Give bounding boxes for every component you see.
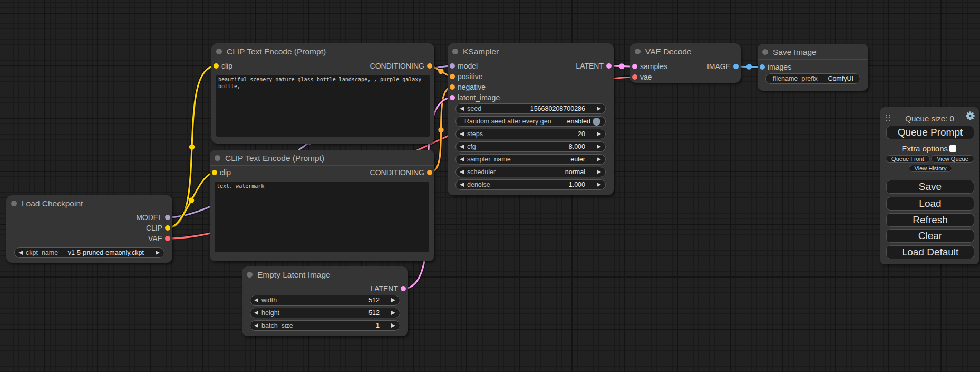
node-title: CLIP Text Encode (Prompt) <box>227 47 326 56</box>
input-label-clip: clip <box>220 168 231 177</box>
node-clip-text-encode-negative[interactable]: CLIP Text Encode (Prompt) clip CONDITION… <box>210 150 434 261</box>
input-port-samples[interactable] <box>632 64 637 69</box>
queue-prompt-button[interactable]: Queue Prompt <box>886 126 974 139</box>
output-port-conditioning[interactable] <box>427 170 432 175</box>
output-port-model[interactable] <box>165 215 170 220</box>
widget-label: scheduler <box>467 168 496 176</box>
widget-value: euler <box>570 156 585 163</box>
node-ksampler[interactable]: KSampler model LATENT positive negative … <box>448 43 614 195</box>
widget-value: ComfyUI <box>828 75 853 82</box>
input-port-images[interactable] <box>760 64 765 70</box>
input-port-vae[interactable] <box>632 74 637 80</box>
node-status-dot <box>247 272 253 278</box>
slot-row: model LATENT <box>448 61 614 71</box>
decrement-arrow-icon[interactable] <box>460 107 464 111</box>
output-label-latent: LATENT <box>576 62 604 70</box>
increment-arrow-icon[interactable] <box>597 145 601 149</box>
extra-options-row: Extra options <box>880 145 979 153</box>
increment-arrow-icon[interactable] <box>597 132 601 136</box>
input-port-model[interactable] <box>450 63 455 69</box>
node-status-dot <box>635 49 641 54</box>
input-port-latent-image[interactable] <box>450 95 455 100</box>
widget-scheduler[interactable]: scheduler normal <box>455 167 606 177</box>
slot-row: CLIP <box>6 223 172 233</box>
queue-front-button[interactable]: Queue Front <box>886 155 930 163</box>
node-status-dot <box>216 49 222 54</box>
input-label-clip: clip <box>221 62 232 70</box>
comfyui-canvas[interactable]: { "app": { "name": "ComfyUI graph editor… <box>0 0 980 372</box>
decrement-arrow-icon[interactable] <box>460 145 464 149</box>
decrement-arrow-icon[interactable] <box>254 311 258 315</box>
node-title: Empty Latent Image <box>257 270 331 280</box>
increment-arrow-icon[interactable] <box>391 323 395 328</box>
widget-denoise[interactable]: denoise 1.000 <box>455 179 606 190</box>
widget-batch-size[interactable]: batch_size 1 <box>250 320 400 331</box>
output-port-latent[interactable] <box>606 63 612 69</box>
output-port-vae[interactable] <box>165 236 170 241</box>
increment-arrow-icon[interactable] <box>597 183 601 187</box>
clear-button[interactable]: Clear <box>886 229 974 243</box>
input-label-samples: samples <box>640 62 667 71</box>
widget-label: width <box>261 297 277 304</box>
decrement-arrow-icon[interactable] <box>460 183 464 187</box>
positive-prompt-textarea[interactable]: beautiful scenery nature glass bottle la… <box>216 75 430 137</box>
widget-steps[interactable]: steps 20 <box>455 129 606 139</box>
increment-arrow-icon[interactable] <box>597 157 601 161</box>
output-label-model: MODEL <box>136 213 162 222</box>
widget-label: height <box>261 309 279 317</box>
save-button[interactable]: Save <box>886 180 974 194</box>
toggle-on-icon[interactable] <box>593 118 600 126</box>
decrement-arrow-icon[interactable] <box>460 157 464 161</box>
increment-arrow-icon[interactable] <box>391 311 395 315</box>
node-empty-latent-image[interactable]: Empty Latent Image LATENT width 512 heig… <box>242 266 408 336</box>
output-port-image[interactable] <box>733 64 739 69</box>
output-port-clip[interactable] <box>165 225 170 231</box>
widget-seed[interactable]: seed 156680208700286 <box>455 103 606 114</box>
settings-gear-icon[interactable] <box>966 111 975 120</box>
load-default-button[interactable]: Load Default <box>886 245 974 259</box>
widget-height[interactable]: height 512 <box>250 308 400 318</box>
node-title: Load Checkpoint <box>22 199 83 208</box>
input-label-model: model <box>458 62 478 70</box>
output-port-conditioning[interactable] <box>427 63 432 69</box>
output-port-latent[interactable] <box>401 286 406 291</box>
increment-arrow-icon[interactable] <box>597 170 601 174</box>
widget-label: filename_prefix <box>773 75 818 82</box>
input-port-clip[interactable] <box>212 170 217 175</box>
view-queue-button[interactable]: View Queue <box>931 155 974 163</box>
node-load-checkpoint[interactable]: Load Checkpoint MODEL CLIP VAE ckpt_name… <box>6 195 172 263</box>
widget-sampler-name[interactable]: sampler_name euler <box>455 154 606 165</box>
widget-label: Random seed after every gen <box>464 118 551 125</box>
widget-ckpt-name[interactable]: ckpt_name v1-5-pruned-emaonly.ckpt <box>14 247 164 258</box>
node-clip-text-encode-positive[interactable]: CLIP Text Encode (Prompt) clip CONDITION… <box>211 43 434 144</box>
decrement-arrow-icon[interactable] <box>460 170 464 174</box>
increment-arrow-icon[interactable] <box>391 298 395 302</box>
node-save-image[interactable]: Save Image images filename_prefix ComfyU… <box>758 44 868 91</box>
widget-value: normal <box>565 168 585 176</box>
input-port-positive[interactable] <box>450 74 455 79</box>
widget-filename-prefix[interactable]: filename_prefix ComfyUI <box>765 73 860 84</box>
decrement-arrow-icon[interactable] <box>254 323 258 328</box>
widget-width[interactable]: width 512 <box>250 295 400 306</box>
refresh-button[interactable]: Refresh <box>886 213 974 227</box>
widget-cfg[interactable]: cfg 8.000 <box>455 141 606 152</box>
extra-options-checkbox[interactable] <box>949 145 956 152</box>
input-label-negative: negative <box>458 83 486 91</box>
node-status-dot <box>762 49 768 55</box>
node-vae-decode[interactable]: VAE Decode samples IMAGE vae <box>630 43 741 83</box>
decrement-arrow-icon[interactable] <box>460 132 464 136</box>
input-port-negative[interactable] <box>450 84 455 90</box>
output-label-conditioning: CONDITIONING <box>370 62 424 70</box>
load-button[interactable]: Load <box>886 197 974 211</box>
increment-arrow-icon[interactable] <box>156 251 160 255</box>
slot-row: VAE <box>6 233 172 244</box>
negative-prompt-textarea[interactable]: text, watermark <box>215 182 429 252</box>
decrement-arrow-icon[interactable] <box>18 251 23 255</box>
decrement-arrow-icon[interactable] <box>254 298 258 302</box>
widget-random-seed-toggle[interactable]: Random seed after every gen enabled <box>455 116 606 127</box>
increment-arrow-icon[interactable] <box>597 107 601 111</box>
widget-value: 1 <box>376 322 380 329</box>
widget-value: v1-5-pruned-emaonly.ckpt <box>68 249 144 256</box>
view-history-button[interactable]: View History <box>909 165 952 172</box>
input-port-clip[interactable] <box>214 63 219 69</box>
